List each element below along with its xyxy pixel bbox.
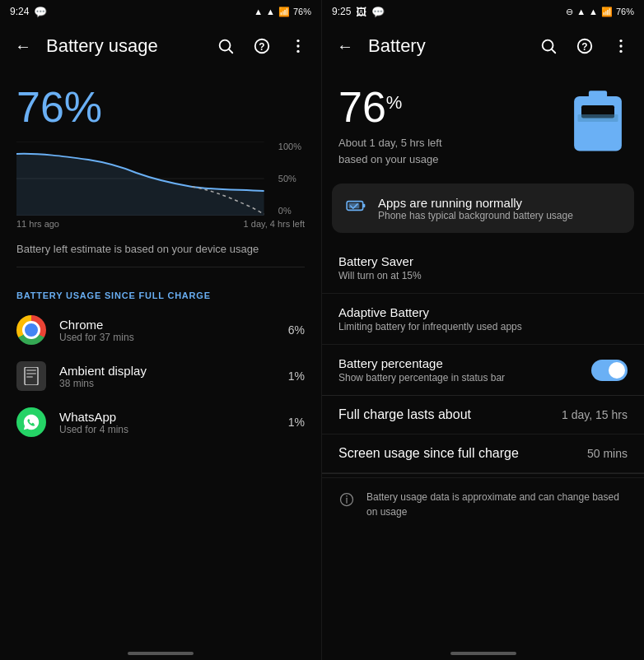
chart-y-0: 0% [278,206,301,216]
chart-svg [16,142,280,216]
whatsapp-icon [16,407,46,437]
time-left: 9:24 [10,6,29,17]
setting-sub-adaptive: Limiting battery for infrequently used a… [338,321,522,332]
more-button-right[interactable] [604,30,637,63]
battery-sub-text: About 1 day, 5 hrs leftbased on your usa… [338,135,442,167]
status-card[interactable]: Apps are running normally Phone has typi… [332,184,634,233]
status-card-sub: Phone has typical background battery usa… [378,210,573,221]
battery-estimate: Battery left estimate is based on your d… [16,242,305,267]
setting-title-percentage: Battery percentage [338,356,505,370]
app-item-whatsapp[interactable]: WhatsApp Used for 4 mins 1% [0,399,321,445]
setting-battery-saver[interactable]: Battery Saver Will turn on at 15% [322,243,644,294]
svg-point-6 [296,50,299,53]
status-card-title: Apps are running normally [378,196,573,210]
disclaimer-text: Battery usage data is approximate and ca… [366,490,628,519]
full-charge-value: 1 day, 15 hrs [562,408,628,421]
svg-line-15 [552,49,555,53]
chat-icon-right: 💬 [371,6,385,18]
info-icon [338,491,355,512]
help-button-right[interactable]: ? [568,30,601,63]
header-icons-left: ? [209,30,315,63]
svg-rect-24 [578,114,618,122]
svg-rect-22 [589,91,607,98]
app-sub-whatsapp: Used for 4 mins [59,424,275,435]
search-button-left[interactable] [209,30,242,63]
chart-x-left: 11 hrs ago [16,219,59,229]
chart-y-labels: 100% 50% 0% [275,142,305,216]
svg-point-20 [619,50,622,53]
screen-usage-value: 50 mins [587,447,628,460]
svg-point-18 [619,40,622,42]
header-icons-right: ? [532,30,637,63]
chart-x-labels: 11 hrs ago 1 day, 4 hrs left [16,219,305,229]
cell-icon: 📶 [278,7,290,17]
section-header-usage: BATTERY USAGE SINCE FULL CHARGE [0,277,321,307]
battery-main-info: 76 % About 1 day, 5 hrs leftbased on you… [322,69,644,180]
status-card-text: Apps are running normally Phone has typi… [378,196,573,221]
status-bar-right: 9:25 🖼 💬 ⊖ ▲ ▲ 📶 76% [322,0,644,23]
battery-percent-left: 76% [0,69,321,132]
screen-usage-label: Screen usage since full charge [338,446,519,461]
setting-sub-battery-saver: Will turn on at 15% [338,270,422,281]
info-row-screen-usage: Screen usage since full charge 50 mins [322,435,644,473]
battery-percent-right: 76 % [338,82,442,132]
home-indicator-left [128,652,194,655]
app-percent-chrome: 6% [288,323,305,337]
svg-rect-11 [26,370,36,371]
page-title-left: Battery usage [46,35,203,57]
time-right: 9:25 [332,6,351,17]
ambient-icon [16,361,46,391]
battery-ok-icon [345,195,366,221]
dnd-icon: ⊖ [566,7,573,17]
divider-2 [322,473,644,474]
svg-point-4 [296,40,299,42]
app-name-ambient: Ambient display [59,364,275,378]
setting-sub-percentage: Show battery percentage in status bar [338,372,505,383]
battery-main-left: 76 % About 1 day, 5 hrs leftbased on you… [338,82,442,167]
msg-icon-right: 🖼 [356,6,366,18]
battery-right-status: 76% [616,7,634,16]
app-item-ambient[interactable]: Ambient display 38 mins 1% [0,353,321,399]
app-sub-chrome: Used for 37 mins [59,332,275,343]
svg-point-30 [346,495,348,497]
settings-list: Battery Saver Will turn on at 15% Adapti… [322,243,644,395]
full-charge-label: Full charge lasts about [338,407,471,422]
left-panel: 9:24 💬 ▲ ▲ 📶 76% ← Battery usage ? [0,0,322,660]
chart-x-right: 1 day, 4 hrs left [244,219,305,229]
setting-title-adaptive: Adaptive Battery [338,305,522,319]
setting-title-battery-saver: Battery Saver [338,254,422,268]
msg-icon: 💬 [34,6,47,18]
back-button-right[interactable]: ← [329,30,362,63]
svg-point-19 [619,44,622,47]
setting-adaptive-battery[interactable]: Adaptive Battery Limiting battery for in… [322,294,644,345]
top-bar-right: ← Battery ? [322,23,644,69]
svg-rect-12 [26,373,36,374]
signal-icon-right: ▲ [576,7,586,16]
svg-text:?: ? [259,41,264,53]
app-sub-ambient: 38 mins [59,378,275,389]
svg-rect-13 [26,376,33,378]
right-panel: 9:25 🖼 💬 ⊖ ▲ ▲ 📶 76% ← Battery [322,0,644,660]
app-item-chrome[interactable]: Chrome Used for 37 mins 6% [0,307,321,353]
disclaimer-row: Battery usage data is approximate and ca… [322,477,644,531]
battery-percentage-toggle[interactable] [591,360,628,381]
setting-battery-percentage[interactable]: Battery percentage Show battery percenta… [322,345,644,395]
signal-icon: ▲ [254,7,263,16]
chart-y-50: 50% [278,174,301,184]
app-percent-whatsapp: 1% [288,416,305,429]
svg-rect-26 [363,204,366,207]
help-button-left[interactable]: ? [245,30,278,63]
chrome-icon [16,315,46,345]
app-percent-ambient: 1% [288,370,305,383]
svg-rect-21 [574,96,622,151]
chart-y-100: 100% [278,142,301,151]
info-row-full-charge: Full charge lasts about 1 day, 15 hrs [322,396,644,435]
page-title-right: Battery [368,35,525,57]
search-button-right[interactable] [532,30,565,63]
more-button-left[interactable] [282,30,315,63]
battery-left-status: 76% [293,7,311,16]
battery-chart: 100% 50% 0% 11 hrs ago 1 day, 4 hrs left [16,142,305,232]
wifi-icon-right: ▲ [589,7,598,16]
svg-text:?: ? [581,41,587,53]
back-button-left[interactable]: ← [7,30,40,63]
